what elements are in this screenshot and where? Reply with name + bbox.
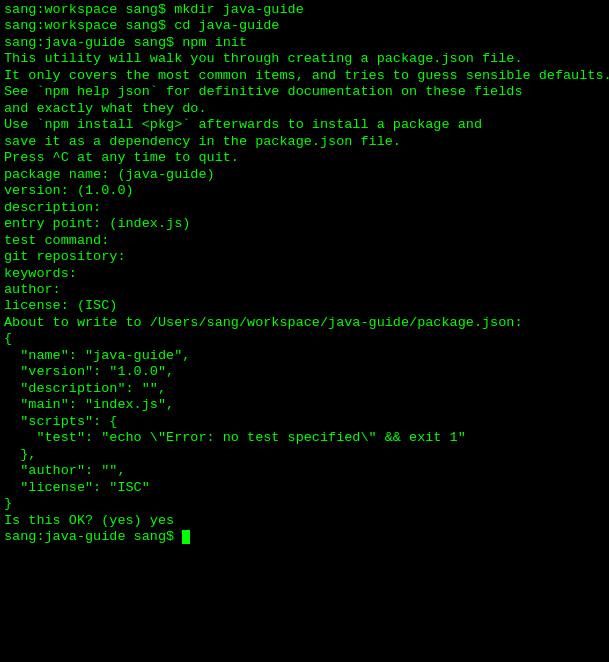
terminal-line: sang:java-guide sang$ npm init [4, 35, 605, 51]
terminal-line: entry point: (index.js) [4, 216, 605, 232]
terminal-line: package name: (java-guide) [4, 167, 605, 183]
terminal-line: sang:workspace sang$ cd java-guide [4, 18, 605, 34]
terminal-line: } [4, 496, 605, 512]
terminal-line: See `npm help json` for definitive docum… [4, 84, 605, 100]
terminal-line: Use `npm install <pkg>` afterwards to in… [4, 117, 605, 133]
terminal-line: license: (ISC) [4, 298, 605, 314]
terminal-line: "main": "index.js", [4, 397, 605, 413]
terminal-line: and exactly what they do. [4, 101, 605, 117]
terminal-line: "author": "", [4, 463, 605, 479]
terminal-cursor [182, 530, 190, 544]
terminal-line: test command: [4, 233, 605, 249]
terminal-line: }, [4, 447, 605, 463]
terminal-line: "scripts": { [4, 414, 605, 430]
terminal-line: description: [4, 200, 605, 216]
terminal-line: "name": "java-guide", [4, 348, 605, 364]
terminal-line: "test": "echo \"Error: no test specified… [4, 430, 605, 446]
terminal-line: "license": "ISC" [4, 480, 605, 496]
terminal-line: About to write to /Users/sang/workspace/… [4, 315, 605, 331]
terminal-line: Is this OK? (yes) yes [4, 513, 605, 529]
terminal-line: "version": "1.0.0", [4, 364, 605, 380]
terminal-line: { [4, 331, 605, 347]
terminal-line: It only covers the most common items, an… [4, 68, 605, 84]
terminal-line: "description": "", [4, 381, 605, 397]
terminal-line: git repository: [4, 249, 605, 265]
terminal-window: sang:workspace sang$ mkdir java-guidesan… [0, 0, 609, 662]
terminal-line: version: (1.0.0) [4, 183, 605, 199]
terminal-line: This utility will walk you through creat… [4, 51, 605, 67]
terminal-line: sang:java-guide sang$ [4, 529, 605, 545]
terminal-line: sang:workspace sang$ mkdir java-guide [4, 2, 605, 18]
terminal-line: keywords: [4, 266, 605, 282]
terminal-line: author: [4, 282, 605, 298]
terminal-line: Press ^C at any time to quit. [4, 150, 605, 166]
terminal-line: save it as a dependency in the package.j… [4, 134, 605, 150]
